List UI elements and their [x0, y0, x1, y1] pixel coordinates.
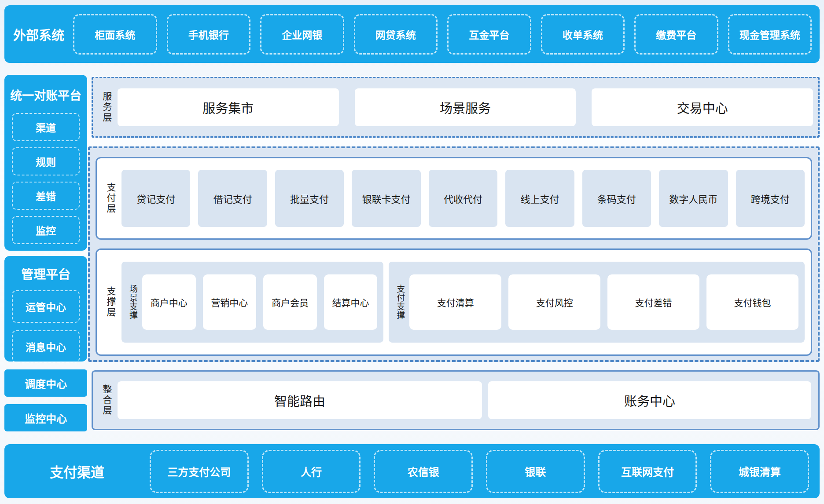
- support-layer-label: 支撑层: [104, 286, 117, 318]
- integration-item: 智能路由: [118, 381, 482, 419]
- payment-channel-item: 城银清算: [710, 450, 809, 493]
- integration-layer-label: 整合层: [100, 384, 113, 416]
- management-item: 消息中心: [12, 330, 80, 363]
- scene-support-item: 商户会员: [263, 274, 317, 330]
- payment-item: 批量支付: [275, 170, 344, 227]
- payment-support-items: 支付清算 支付风控 支付差错 支付钱包: [409, 274, 798, 330]
- payment-layer-items: 贷记支付 借记支付 批量支付 银联卡支付 代收代付 线上支付 条码支付 数字人民…: [121, 170, 805, 227]
- payment-layer-label: 支付层: [104, 183, 117, 214]
- external-systems-band: 外部系统 柜面系统 手机银行 企业网银 网贷系统 互金平台 收单系统 缴费平台 …: [4, 5, 820, 63]
- integration-item: 账务中心: [488, 381, 811, 419]
- integration-layer-items: 智能路由 账务中心: [118, 381, 811, 419]
- external-systems-title: 外部系统: [4, 25, 73, 44]
- scene-support-items: 商户中心 营销中心 商户会员 结算中心: [142, 274, 377, 330]
- external-system-item: 企业网银: [260, 14, 344, 55]
- payment-channel-item: 人行: [262, 450, 361, 493]
- management-items: 运管中心 消息中心: [4, 282, 87, 363]
- payment-item: 代收代付: [429, 170, 497, 227]
- payment-item: 贷记支付: [121, 170, 190, 227]
- payment-channel-item: 三方支付公司: [150, 450, 249, 493]
- payment-support-item: 支付风控: [508, 274, 600, 330]
- external-system-item: 柜面系统: [73, 14, 157, 55]
- payment-channel-item: 银联: [486, 450, 585, 493]
- reconciliation-platform-block: 统一对账平台 渠道 规则 差错 监控: [4, 75, 87, 251]
- payment-item: 条码支付: [582, 170, 651, 227]
- payment-support-label: 支付支撑: [394, 285, 406, 320]
- reconciliation-item: 渠道: [12, 113, 80, 141]
- payment-layer-container: 支付层 贷记支付 借记支付 批量支付 银联卡支付 代收代付 线上支付 条码支付 …: [96, 157, 812, 240]
- scene-support-item: 商户中心: [142, 274, 196, 330]
- external-system-item: 现金管理系统: [728, 14, 812, 55]
- external-system-item: 网贷系统: [354, 14, 438, 55]
- payment-channels-band: 支付渠道 三方支付公司 人行 农信银 银联 互联网支付 城银清算: [4, 444, 820, 498]
- payment-support-outer-container: 支付层 贷记支付 借记支付 批量支付 银联卡支付 代收代付 线上支付 条码支付 …: [88, 146, 820, 362]
- payment-support-item: 支付钱包: [706, 274, 798, 330]
- scene-support-item: 营销中心: [203, 274, 257, 330]
- reconciliation-item: 规则: [12, 147, 80, 175]
- service-item: 场景服务: [355, 88, 576, 126]
- service-item: 服务集市: [118, 88, 339, 126]
- service-layer-container: 服务层 服务集市 场景服务 交易中心: [92, 77, 820, 138]
- payment-item: 跨境支付: [736, 170, 805, 227]
- external-system-item: 收单系统: [541, 14, 625, 55]
- payment-channel-item: 互联网支付: [598, 450, 697, 493]
- external-systems-items: 柜面系统 手机银行 企业网银 网贷系统 互金平台 收单系统 缴费平台 现金管理系…: [73, 14, 812, 55]
- payment-support-item: 支付清算: [409, 274, 501, 330]
- payment-channels-items: 三方支付公司 人行 农信银 银联 互联网支付 城银清算: [150, 450, 809, 493]
- payment-item: 线上支付: [505, 170, 574, 227]
- service-layer-label: 服务层: [100, 91, 113, 123]
- reconciliation-item: 差错: [12, 182, 80, 210]
- integration-layer-container: 整合层 智能路由 账务中心: [92, 370, 820, 430]
- service-layer-items: 服务集市 场景服务 交易中心: [118, 88, 813, 126]
- payment-item: 数字人民币: [659, 170, 728, 227]
- support-layer-container: 支撑层 场景支撑 商户中心 营销中心 商户会员 结算中心 支付支撑 支付清算 支…: [96, 248, 812, 356]
- payment-support-group: 支付支撑 支付清算 支付风控 支付差错 支付钱包: [389, 262, 805, 343]
- management-item: 运管中心: [12, 290, 80, 323]
- payment-support-item: 支付差错: [607, 274, 699, 330]
- external-system-item: 缴费平台: [634, 14, 718, 55]
- payment-item: 银联卡支付: [352, 170, 420, 227]
- scene-support-item: 结算中心: [324, 274, 378, 330]
- reconciliation-item: 监控: [12, 216, 80, 244]
- reconciliation-platform-title: 统一对账平台: [4, 86, 87, 103]
- monitor-center-block: 监控中心: [4, 404, 87, 431]
- payment-channels-title: 支付渠道: [4, 461, 150, 481]
- scene-support-label: 场景支撑: [127, 285, 139, 320]
- scene-support-group: 场景支撑 商户中心 营销中心 商户会员 结算中心: [121, 262, 383, 343]
- external-system-item: 互金平台: [447, 14, 531, 55]
- management-platform-title: 管理平台: [4, 265, 87, 282]
- external-system-item: 手机银行: [167, 14, 251, 55]
- payment-channel-item: 农信银: [374, 450, 473, 493]
- payment-item: 借记支付: [198, 170, 267, 227]
- support-layer-groups: 场景支撑 商户中心 营销中心 商户会员 结算中心 支付支撑 支付清算 支付风控 …: [121, 262, 805, 343]
- reconciliation-items: 渠道 规则 差错 监控: [4, 103, 87, 244]
- payment-architecture-diagram: 外部系统 柜面系统 手机银行 企业网银 网贷系统 互金平台 收单系统 缴费平台 …: [0, 0, 824, 504]
- service-item: 交易中心: [592, 88, 813, 126]
- dispatch-center-block: 调度中心: [4, 369, 87, 397]
- management-platform-block: 管理平台 运管中心 消息中心: [4, 256, 87, 362]
